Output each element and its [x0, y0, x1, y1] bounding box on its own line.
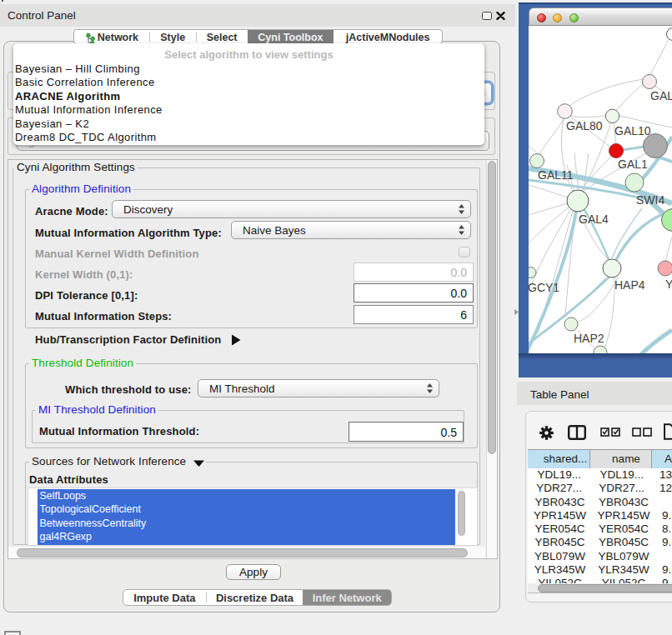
svg-text:HAP4: HAP4	[614, 278, 645, 292]
svg-text:GAL11: GAL11	[538, 168, 574, 182]
svg-text:GAL4: GAL4	[579, 212, 609, 226]
svg-text:GAL80: GAL80	[566, 119, 603, 132]
svg-text:Y: Y	[665, 278, 672, 291]
svg-text:GAL1: GAL1	[618, 158, 648, 171]
svg-text:HAP2: HAP2	[574, 332, 604, 345]
svg-text:SWI4: SWI4	[636, 193, 664, 207]
svg-text:GAL7: GAL7	[650, 89, 672, 102]
svg-text:GCY1: GCY1	[529, 281, 559, 294]
svg-text:GAL10: GAL10	[614, 124, 651, 138]
